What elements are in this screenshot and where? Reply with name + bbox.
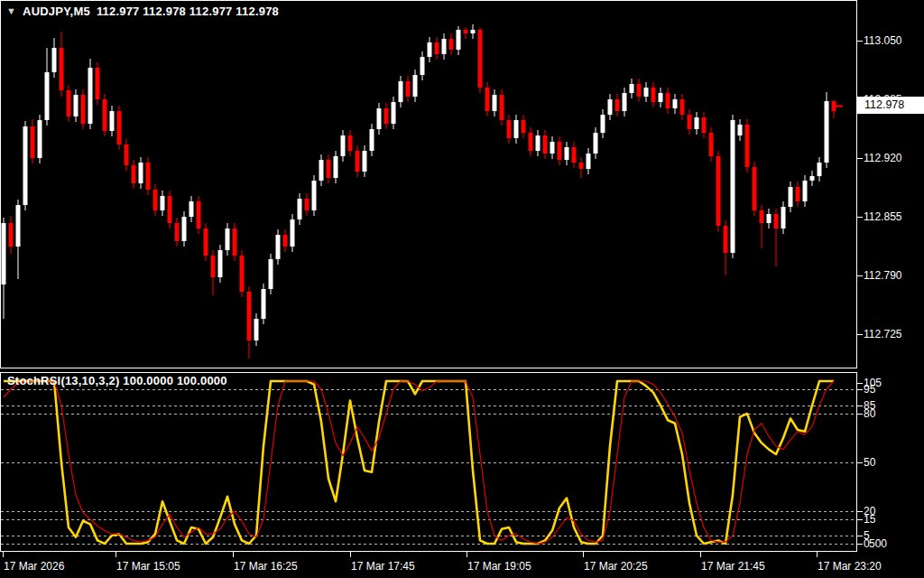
time-axis-label: 17 Mar 2026 — [4, 560, 64, 573]
time-axis-label: 17 Mar 19:05 — [467, 560, 531, 573]
time-axis-label: 17 Mar 23:20 — [818, 560, 882, 573]
indicator-axis-label: 15 — [864, 513, 875, 526]
current-price-box: 112.978 — [856, 97, 924, 114]
indicator-axis-label: 95 — [864, 383, 875, 396]
time-axis-label: 17 Mar 16:25 — [234, 560, 298, 573]
ohlc-readout: 112.977 112.978 112.977 112.978 — [97, 5, 279, 18]
price-axis-label: 113.050 — [864, 34, 902, 47]
price-axis-label: 112.855 — [864, 210, 902, 223]
mt4-chart-window: ▼ AUDJPY,M5 112.977 112.978 112.977 112.… — [0, 0, 924, 578]
time-axis-label: 17 Mar 20:25 — [584, 560, 648, 573]
time-axis-label: 17 Mar 21:45 — [701, 560, 765, 573]
price-axis-label: 112.725 — [864, 328, 902, 340]
time-axis-label: 17 Mar 15:05 — [116, 560, 180, 573]
indicator-title: StochRSI(13,10,3,2) 100.0000 100.0000 — [7, 374, 227, 387]
price-axis-label: 112.790 — [864, 269, 902, 282]
chart-canvas[interactable] — [0, 0, 924, 578]
indicator-axis-label: 500 — [869, 537, 887, 550]
symbol-timeframe-label: AUDJPY,M5 — [23, 5, 90, 18]
indicator-axis-label: 80 — [864, 407, 875, 420]
price-axis-label: 112.920 — [864, 152, 902, 164]
symbol-dropdown-icon[interactable]: ▼ — [6, 6, 16, 16]
chart-title: ▼ AUDJPY,M5 112.977 112.978 112.977 112.… — [6, 5, 279, 18]
candles-series — [2, 24, 836, 359]
time-axis-label: 17 Mar 17:45 — [351, 560, 415, 573]
indicator-axis-label: 50 — [864, 456, 875, 469]
